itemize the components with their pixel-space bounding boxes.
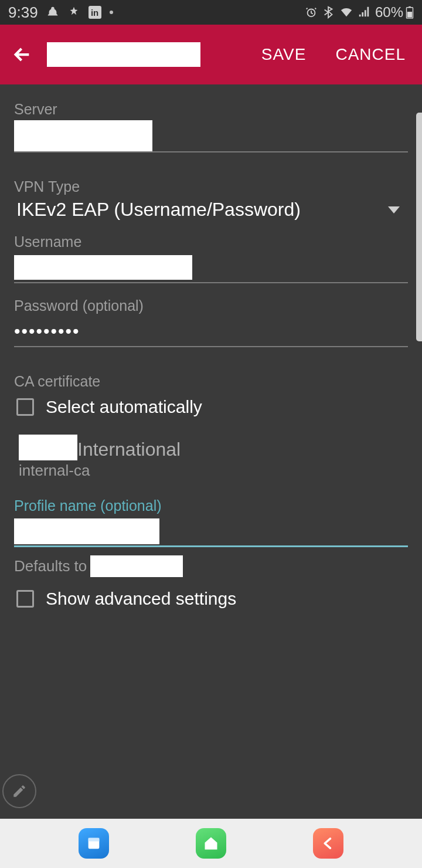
battery-indicator: 60%	[375, 4, 414, 21]
arrow-left-icon	[12, 45, 32, 65]
svg-rect-2	[409, 6, 411, 8]
svg-rect-3	[407, 12, 412, 18]
cert-name-suffix: International	[77, 439, 181, 460]
signal-icon	[358, 6, 370, 19]
vpn-type-value: IKEv2 EAP (Username/Password)	[16, 199, 301, 221]
save-button[interactable]: SAVE	[256, 40, 312, 69]
linkedin-icon: in	[89, 6, 101, 19]
cancel-button[interactable]: CANCEL	[329, 40, 411, 69]
vpn-type-dropdown[interactable]: IKEv2 EAP (Username/Password)	[14, 198, 408, 223]
profile-name-value-redacted	[14, 518, 159, 544]
status-time: 9:39	[8, 4, 38, 22]
profile-name-label: Profile name (optional)	[14, 497, 408, 514]
bluetooth-icon	[322, 6, 335, 19]
battery-percent: 60%	[375, 4, 403, 21]
home-icon	[203, 835, 219, 852]
certificate-item[interactable]: International	[14, 435, 408, 460]
server-input[interactable]	[14, 120, 408, 152]
password-label: Password (optional)	[14, 297, 408, 314]
system-nav-bar	[0, 819, 422, 868]
app-bar: SAVE CANCEL	[0, 25, 422, 84]
profile-name-input[interactable]	[14, 517, 408, 547]
server-label: Server	[14, 101, 408, 118]
chevron-left-icon	[320, 835, 336, 852]
cert-prefix-redacted	[19, 435, 77, 460]
back-button[interactable]	[11, 43, 34, 66]
status-left: 9:39 in	[8, 4, 113, 22]
ca-cert-label: CA certificate	[14, 373, 408, 390]
select-automatically-row[interactable]: Select automatically	[14, 392, 408, 422]
notification-icon-2	[67, 6, 80, 19]
chevron-down-icon	[388, 206, 400, 213]
show-advanced-label: Show advanced settings	[46, 589, 236, 609]
form-content: Server VPN Type IKEv2 EAP (Username/Pass…	[0, 84, 422, 613]
password-input[interactable]: •••••••••	[14, 317, 408, 347]
floating-edit-button[interactable]	[2, 774, 36, 808]
checkbox-icon	[16, 590, 34, 608]
nav-recents-button[interactable]	[79, 828, 109, 859]
defaults-hint: Defaults to	[14, 555, 408, 577]
alarm-icon	[305, 6, 318, 19]
nav-back-button[interactable]	[313, 828, 343, 859]
username-label: Username	[14, 233, 408, 250]
recents-icon	[86, 835, 102, 852]
select-automatically-label: Select automatically	[46, 397, 202, 417]
show-advanced-row[interactable]: Show advanced settings	[14, 584, 408, 613]
checkbox-icon	[16, 398, 34, 416]
svg-rect-5	[89, 838, 100, 842]
username-input[interactable]	[14, 253, 408, 283]
certificate-sub: internal-ca	[14, 462, 408, 480]
username-value-redacted	[14, 255, 192, 280]
status-bar: 9:39 in 60%	[0, 0, 422, 25]
defaults-value-redacted	[90, 555, 183, 577]
scrollbar[interactable]	[416, 113, 422, 341]
more-notifications-dot	[110, 11, 113, 14]
notification-icon	[46, 6, 59, 19]
nav-home-button[interactable]	[196, 828, 226, 859]
status-right: 60%	[305, 4, 414, 21]
wifi-icon	[340, 6, 353, 19]
pencil-icon	[12, 784, 27, 799]
vpn-type-label: VPN Type	[14, 178, 408, 195]
page-title	[47, 42, 200, 67]
defaults-prefix: Defaults to	[14, 557, 87, 575]
password-value: •••••••••	[14, 321, 80, 341]
server-value-redacted	[14, 120, 152, 151]
